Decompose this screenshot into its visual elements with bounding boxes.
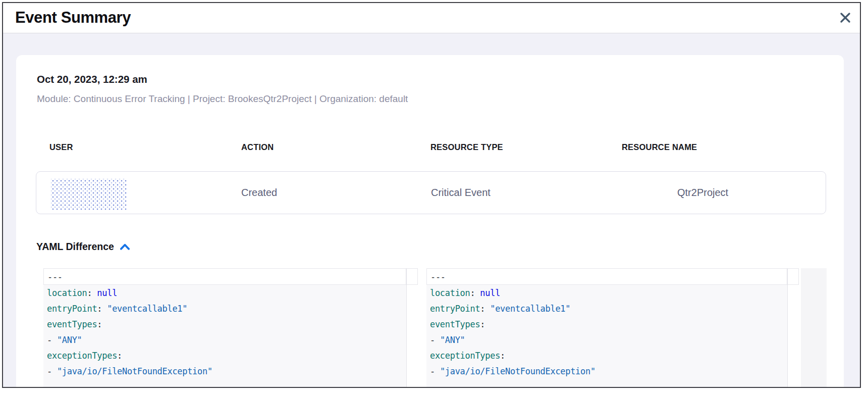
column-header-resource-name: RESOURCE NAME [622, 142, 697, 152]
chevron-up-icon [120, 243, 130, 251]
yaml-code-line: exceptionTypes: [426, 348, 787, 363]
yaml-gutter-left [407, 268, 418, 387]
yaml-code-line: eventTypes: [426, 316, 787, 332]
resource-type-cell: Critical Event [431, 172, 491, 214]
dialog-body: Oct 20, 2023, 12:29 am Module: Continuou… [3, 33, 860, 387]
yaml-code-line: - "ANY" [43, 332, 406, 348]
yaml-code-line: - "ANY" [426, 332, 787, 348]
yaml-diff-panel-left: ---location: nullentryPoint: "eventcalla… [43, 268, 418, 387]
user-redacted-cell [51, 179, 127, 210]
yaml-code-left: ---location: nullentryPoint: "eventcalla… [43, 268, 407, 387]
yaml-difference-label: YAML Difference [36, 241, 114, 253]
yaml-code-line: - "java/io/FileNotFoundException" [426, 363, 787, 379]
dialog-header: Event Summary [3, 3, 860, 33]
column-header-action: ACTION [241, 142, 274, 152]
close-icon [839, 11, 852, 24]
yaml-code-line: - "java/io/FileNotFoundException" [43, 363, 406, 379]
yaml-code-line: eventTypes: [43, 316, 406, 332]
yaml-code-line: entryPoint: "eventcallable1" [43, 301, 406, 316]
resource-name-cell: Qtr2Project [677, 172, 728, 214]
event-timestamp: Oct 20, 2023, 12:29 am [37, 73, 147, 85]
dialog-title: Event Summary [15, 9, 131, 27]
yaml-difference-toggle[interactable]: YAML Difference [36, 241, 130, 253]
vertical-scrollbar-track[interactable] [801, 268, 827, 387]
yaml-document-separator-line: --- [43, 268, 406, 285]
yaml-code-right: ---location: nullentryPoint: "eventcalla… [426, 268, 788, 387]
table-row: Created Critical Event Qtr2Project [36, 171, 826, 214]
event-summary-dialog: Event Summary Oct 20, 2023, 12:29 am Mod… [2, 2, 861, 388]
event-card: Oct 20, 2023, 12:29 am Module: Continuou… [16, 55, 844, 387]
event-meta: Module: Continuous Error Tracking | Proj… [37, 93, 408, 105]
column-header-user: USER [49, 142, 73, 152]
yaml-code-line: entryPoint: "eventcallable1" [426, 301, 787, 316]
yaml-code-line: exceptionTypes: [43, 348, 406, 363]
yaml-code-line: location: null [426, 285, 787, 301]
yaml-diff-panel-right: ---location: nullentryPoint: "eventcalla… [426, 268, 799, 387]
close-button[interactable] [837, 9, 854, 26]
yaml-gutter-right [788, 268, 799, 387]
yaml-document-separator-line: --- [426, 268, 787, 285]
yaml-gutter-first-cell [407, 268, 418, 285]
action-cell: Created [241, 172, 277, 214]
column-header-resource-type: RESOURCE TYPE [430, 142, 503, 152]
yaml-gutter-first-cell [788, 268, 799, 285]
screenshot-stage: Event Summary Oct 20, 2023, 12:29 am Mod… [0, 0, 868, 394]
yaml-code-line: location: null [43, 285, 406, 301]
